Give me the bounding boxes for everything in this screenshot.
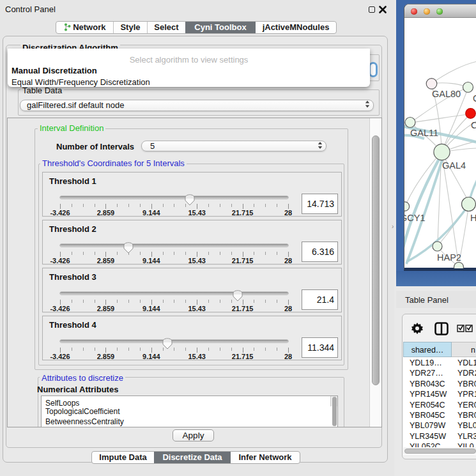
svg-text:GAL80: GAL80: [432, 89, 461, 99]
svg-text:HAP2: HAP2: [437, 252, 461, 263]
svg-text:H: H: [470, 213, 476, 223]
svg-text:GAL11: GAL11: [410, 128, 438, 138]
svg-text:C: C: [471, 120, 476, 130]
svg-text:GCY1: GCY1: [404, 213, 426, 223]
svg-text:GA: GA: [473, 93, 476, 104]
svg-text:GAL4: GAL4: [442, 160, 466, 171]
